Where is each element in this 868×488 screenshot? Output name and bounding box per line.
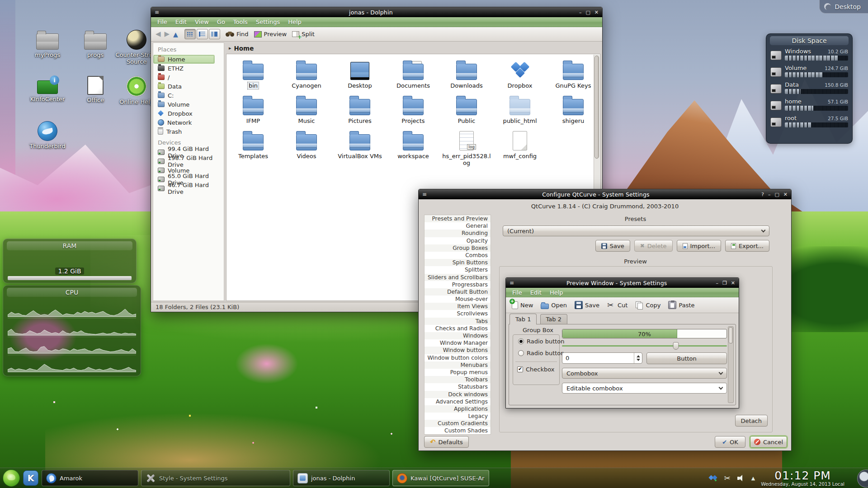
places-item[interactable]: Data	[153, 82, 224, 91]
dropbox-tray-icon[interactable]	[709, 474, 717, 482]
menu-item[interactable]: Go	[213, 19, 229, 25]
help-icon[interactable]: ?	[761, 192, 764, 197]
qtcurve-category[interactable]: Spin Buttons	[425, 259, 491, 266]
icons-view-button[interactable]	[184, 29, 196, 39]
qtcurve-category[interactable]: Applications	[425, 405, 491, 413]
desktop-icon[interactable]: myProgs	[25, 30, 70, 58]
forward-icon[interactable]: ▶	[165, 31, 170, 38]
file-item[interactable]: log hs_err_pid3528.log	[440, 130, 493, 165]
checkbox-control[interactable]: Checkbox	[517, 366, 555, 373]
qtcurve-category[interactable]: Windows	[425, 332, 491, 339]
file-item[interactable]: Videos	[280, 130, 333, 165]
application-launcher-button[interactable]	[3, 469, 20, 487]
file-item[interactable]: Cyanogen	[280, 60, 333, 95]
menu-item[interactable]: Tools	[230, 19, 251, 25]
file-item[interactable]: shigeru	[547, 95, 600, 130]
window-menu-icon[interactable]: ≡	[506, 280, 518, 286]
dolphin-titlebar[interactable]: ≡ jonas - Dolphin – ▢ ✕	[151, 7, 602, 17]
disk-row[interactable]: root 27.5 GiB	[770, 115, 848, 127]
qtcurve-category[interactable]: Window button colors	[425, 354, 491, 361]
qtcurve-category[interactable]: Tabs	[425, 318, 491, 325]
qtcurve-category[interactable]: Checks and Radios	[425, 325, 491, 332]
file-item[interactable]: Desktop	[333, 60, 387, 95]
close-icon[interactable]: ✕	[731, 280, 735, 286]
window-menu-icon[interactable]: ≡	[151, 9, 163, 15]
preview-window-titlebar[interactable]: ≡ Preview Window - System Settings – ❐ ✕	[506, 278, 739, 288]
places-item[interactable]: /	[153, 73, 224, 82]
places-item[interactable]: Dropbox	[153, 109, 224, 118]
radio-button-1[interactable]: Radio button	[518, 338, 565, 345]
qtcurve-category[interactable]: Custom Gradients	[425, 420, 491, 427]
desktop-icon[interactable]: Thunderbird	[25, 121, 70, 150]
task-button[interactable]: jonas - Dolphin	[293, 470, 390, 486]
file-item[interactable]: IFMP	[226, 95, 280, 130]
ok-button[interactable]: ✔ OK	[715, 436, 745, 448]
tray-expand-icon[interactable]: ▲	[751, 476, 755, 481]
import-preset-button[interactable]: Import...	[677, 240, 722, 252]
panel-cashew-icon[interactable]	[857, 469, 868, 488]
spinbox-arrows[interactable]	[634, 353, 642, 363]
paste-button[interactable]: Paste	[668, 301, 694, 309]
device-item[interactable]: 46.7 GiB Hard Drive	[153, 184, 224, 193]
qtcurve-category[interactable]: Rounding	[425, 230, 491, 237]
desktop-toolbox[interactable]: Desktop	[819, 0, 868, 14]
new-button[interactable]: New	[510, 301, 533, 309]
disk-row[interactable]: Data 150.8 GiB	[770, 81, 848, 94]
editable-combobox[interactable]: Editable combobox	[562, 383, 727, 394]
volume-icon[interactable]	[737, 474, 745, 482]
qtcurve-category[interactable]: Presets and Preview	[425, 215, 491, 222]
window-menu-icon[interactable]: ≡	[419, 191, 430, 197]
file-item[interactable]: Public	[440, 95, 493, 130]
qtcurve-category[interactable]: Dock windows	[425, 391, 491, 398]
places-item[interactable]: ETHZ	[153, 64, 224, 73]
qtcurve-category[interactable]: Opacity	[425, 237, 491, 244]
file-item[interactable]: VirtualBox VMs	[333, 130, 387, 165]
places-item[interactable]: Volume	[153, 100, 224, 109]
save-preset-button[interactable]: Save	[595, 240, 630, 252]
details-view-button[interactable]	[197, 29, 208, 39]
qtcurve-category[interactable]: Advanced Settings	[425, 398, 491, 405]
file-item[interactable]: Pictures	[333, 95, 387, 130]
disk-row[interactable]: home 57.1 GiB	[770, 98, 848, 111]
qtcurve-category[interactable]: Window buttons	[425, 347, 491, 354]
places-item[interactable]: C:	[153, 91, 224, 100]
menu-item[interactable]: Help	[284, 19, 305, 25]
qtcurve-category[interactable]: Popup menus	[425, 369, 491, 376]
preview-button[interactable]: Preview	[254, 31, 287, 38]
maximize-icon[interactable]: ▢	[585, 9, 590, 15]
desktop-icon[interactable]: Office	[73, 76, 118, 103]
file-item[interactable]: mwf_config	[493, 130, 547, 165]
file-item[interactable]: public_html	[493, 95, 547, 130]
slider-handle[interactable]	[673, 342, 679, 350]
minimize-icon[interactable]: –	[716, 280, 718, 286]
file-item[interactable]: Projects	[387, 95, 440, 130]
scrollbar-thumb[interactable]	[729, 327, 733, 343]
detach-button[interactable]: Detach	[735, 415, 768, 427]
spin-up-icon[interactable]	[637, 355, 640, 357]
places-item[interactable]: Trash	[153, 127, 224, 136]
breadcrumb-home[interactable]: Home	[234, 45, 254, 52]
up-icon[interactable]: ▲	[173, 31, 178, 38]
menu-item[interactable]: File	[509, 289, 526, 296]
preview-scrollbar[interactable]	[728, 326, 734, 403]
qtcurve-category[interactable]: General	[425, 222, 491, 230]
defaults-button[interactable]: ↶ Defaults	[424, 436, 469, 448]
disk-space-widget[interactable]: Disk Space Windows 10.2 GiB	[766, 33, 853, 144]
qtcurve-category[interactable]: Menubars	[425, 361, 491, 369]
radio-button-2[interactable]: Radio button	[518, 350, 565, 357]
disk-row[interactable]: Volume 124.7 GiB	[770, 65, 848, 77]
cut-button[interactable]: Cut	[607, 301, 627, 309]
sample-button[interactable]: Button	[646, 352, 727, 364]
delete-preset-button[interactable]: ✖ Delete	[634, 240, 673, 252]
klipper-scissors-icon[interactable]: ✂	[724, 474, 730, 482]
disk-row[interactable]: Windows 10.2 GiB	[770, 48, 848, 61]
split-button[interactable]: Split	[292, 31, 315, 38]
cpu-monitor-widget[interactable]: CPU	[3, 285, 141, 376]
export-preset-button[interactable]: Export...	[725, 240, 769, 252]
digital-clock[interactable]: 01:12 PM Wednesday, August 14, 2013 Loca…	[761, 470, 844, 487]
qtcurve-category[interactable]: Custom Shades	[425, 427, 491, 434]
minimize-icon[interactable]: –	[768, 192, 771, 197]
places-item[interactable]: Home	[153, 55, 215, 64]
menu-item[interactable]: View	[191, 19, 212, 25]
qtcurve-category[interactable]: Sliders and Scrollbars	[425, 274, 491, 281]
